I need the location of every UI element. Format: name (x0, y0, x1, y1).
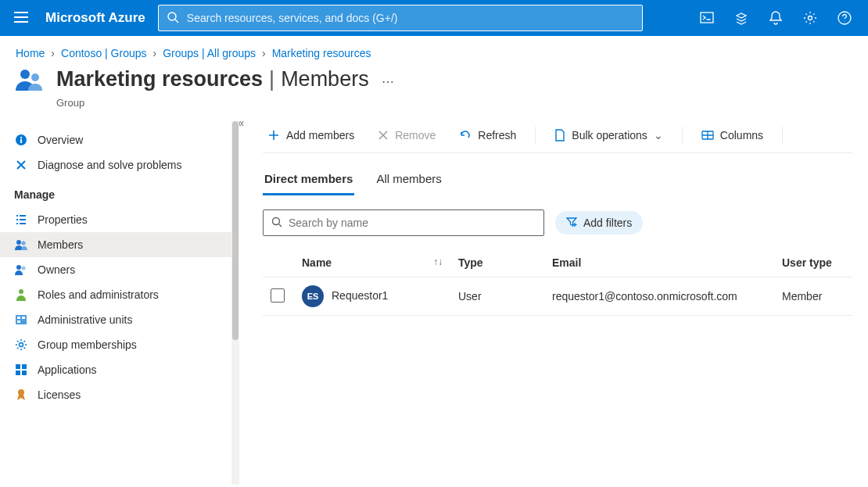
svg-point-2 (809, 16, 812, 20)
svg-point-4 (20, 70, 30, 79)
scrollbar[interactable] (231, 121, 239, 485)
search-icon (167, 11, 179, 26)
svg-point-11 (16, 265, 21, 270)
breadcrumb-home[interactable]: Home (16, 47, 45, 59)
global-search[interactable] (158, 5, 643, 31)
toolbar-divider (682, 127, 683, 144)
file-icon (554, 129, 565, 141)
row-checkbox[interactable] (271, 288, 285, 303)
main-content: Add members Remove Refresh Bulk operatio… (239, 121, 868, 485)
bulk-label: Bulk operations (572, 129, 647, 141)
apps-icon (14, 364, 28, 375)
col-type[interactable]: Type (450, 249, 544, 278)
columns-label: Columns (720, 129, 763, 141)
info-icon (14, 134, 28, 146)
col-email[interactable]: Email (544, 249, 774, 278)
member-type: User (450, 278, 544, 316)
svg-point-10 (22, 242, 26, 245)
sidebar-item-label: Licenses (38, 389, 81, 401)
sidebar-item-label: Owners (38, 263, 75, 276)
breadcrumb-all-groups[interactable]: Groups | All groups (163, 47, 256, 59)
sidebar-item-label: Administrative units (38, 313, 132, 326)
azure-topbar: Microsoft Azure (0, 0, 868, 36)
search-by-name-input[interactable] (289, 217, 536, 229)
svg-rect-19 (16, 364, 20, 369)
page-title: Marketing resources (56, 67, 263, 91)
svg-rect-8 (20, 137, 22, 138)
cloud-shell-icon[interactable] (693, 4, 721, 32)
owners-icon (14, 264, 28, 275)
col-name[interactable]: Name (302, 256, 332, 269)
bulk-operations-button[interactable]: Bulk operations ⌄ (550, 126, 668, 145)
member-usertype: Member (774, 278, 852, 316)
member-name[interactable]: Requestor1 (332, 289, 388, 302)
svg-rect-1 (701, 13, 713, 23)
svg-rect-22 (22, 371, 27, 375)
add-filters-label: Add filters (583, 217, 632, 229)
gear-icon (14, 338, 28, 351)
sidebar-item-label: Overview (38, 134, 83, 146)
more-actions-button[interactable]: ⋯ (375, 68, 400, 95)
hamburger-icon[interactable] (9, 7, 33, 30)
breadcrumb: Home › Contoso | Groups › Groups | All g… (0, 36, 868, 67)
sidebar-item-group-memberships[interactable]: Group memberships (0, 332, 239, 357)
search-by-name[interactable] (263, 209, 544, 236)
breadcrumb-contoso-groups[interactable]: Contoso | Groups (61, 47, 146, 59)
group-icon (16, 67, 45, 95)
chevron-down-icon: ⌄ (654, 129, 663, 141)
sidebar-item-properties[interactable]: Properties (0, 207, 239, 232)
refresh-label: Refresh (478, 129, 516, 141)
col-usertype[interactable]: User type (774, 249, 852, 278)
tab-direct-members[interactable]: Direct members (263, 167, 354, 195)
svg-rect-20 (22, 364, 27, 369)
brand-logo[interactable]: Microsoft Azure (45, 10, 145, 26)
resource-type-label: Group (56, 97, 400, 109)
sort-icon[interactable]: ↑↓ (433, 256, 443, 267)
sidebar-section-manage: Manage (0, 177, 239, 207)
columns-button[interactable]: Columns (697, 126, 768, 145)
directories-icon[interactable] (727, 4, 755, 32)
title-separator: | (269, 67, 274, 91)
breadcrumb-current[interactable]: Marketing resources (272, 47, 371, 59)
properties-icon (14, 213, 28, 226)
svg-rect-14 (16, 315, 27, 324)
refresh-button[interactable]: Refresh (454, 126, 521, 145)
sidebar: « Overview Diagnose and solve problems M… (0, 121, 239, 485)
svg-point-9 (16, 240, 21, 245)
sidebar-item-roles[interactable]: Roles and administrators (0, 282, 239, 307)
svg-rect-15 (17, 317, 20, 319)
sidebar-item-label: Diagnose and solve problems (38, 159, 181, 171)
sidebar-item-diagnose[interactable]: Diagnose and solve problems (0, 152, 239, 177)
sidebar-item-members[interactable]: Members (0, 232, 239, 257)
toolbar-divider (782, 127, 783, 144)
page-header: Marketing resources | Members ⋯ Group (0, 67, 868, 121)
chevron-right-icon: › (153, 47, 157, 59)
tab-all-members[interactable]: All members (375, 167, 443, 195)
sidebar-item-label: Members (38, 238, 83, 251)
svg-point-23 (18, 389, 24, 396)
svg-point-24 (273, 217, 280, 224)
x-icon (378, 130, 389, 141)
settings-icon[interactable] (796, 4, 824, 32)
sidebar-item-owners[interactable]: Owners (0, 257, 239, 282)
sidebar-item-applications[interactable]: Applications (0, 357, 239, 382)
global-search-input[interactable] (187, 12, 634, 24)
svg-point-13 (19, 289, 23, 294)
notifications-icon[interactable] (762, 4, 790, 32)
sidebar-item-overview[interactable]: Overview (0, 127, 239, 152)
table-row[interactable]: ESRequestor1 User requestor1@contoso.onm… (263, 278, 852, 316)
sidebar-item-licenses[interactable]: Licenses (0, 382, 239, 407)
help-icon[interactable] (830, 4, 859, 32)
admin-units-icon (14, 314, 28, 325)
add-members-button[interactable]: Add members (263, 126, 359, 145)
sidebar-item-label: Group memberships (38, 338, 137, 351)
filter-icon (566, 217, 577, 230)
remove-button: Remove (373, 126, 440, 145)
toolbar-divider (535, 127, 536, 144)
filter-row: Add filters (263, 209, 852, 236)
add-filters-button[interactable]: Add filters (555, 211, 643, 235)
command-bar: Add members Remove Refresh Bulk operatio… (263, 126, 852, 153)
chevron-right-icon: › (51, 47, 55, 59)
sidebar-item-admin-units[interactable]: Administrative units (0, 307, 239, 332)
licenses-icon (14, 389, 28, 401)
